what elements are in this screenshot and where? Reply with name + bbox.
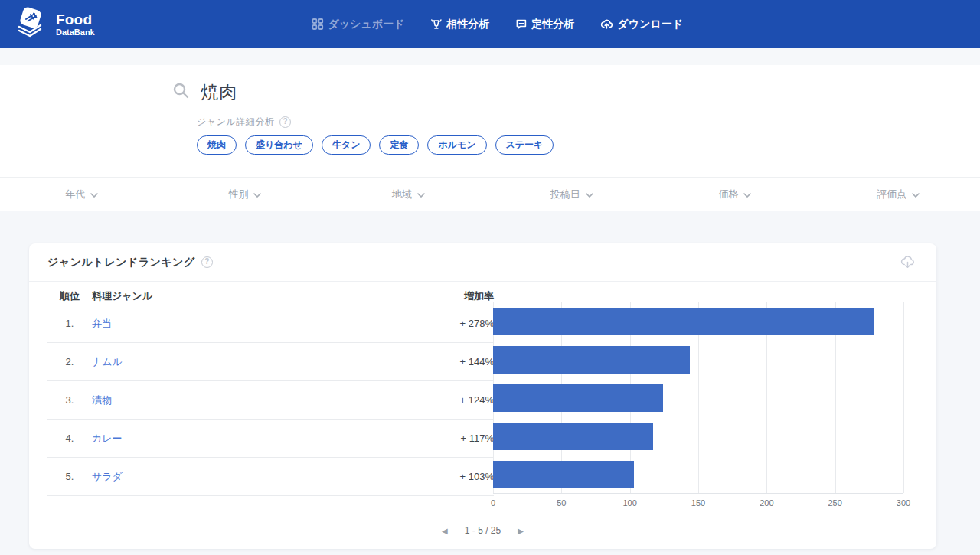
x-tick: 150 [691,498,705,508]
help-icon[interactable]: ? [201,256,213,268]
grid-icon [312,18,323,30]
pagination: ◀ 1 - 5 / 25 ▶ [29,525,936,536]
card-header: ジャンルトレンドランキング ? [29,243,936,282]
nav-label-dashboard: ダッシュボード [328,18,404,31]
table-row: 2. ナムル + 144% [47,343,494,381]
gridline [903,302,904,493]
rate-cell: + 278% [433,318,494,329]
col-header-rank: 順位 [47,289,92,305]
chevron-down-icon [417,188,425,200]
filter-price[interactable]: 価格 [653,188,816,201]
help-icon[interactable]: ? [279,116,291,128]
cloud-up-icon [600,18,612,30]
nav-item-affinity[interactable]: 相性分析 [430,18,489,31]
header-gap-strip [0,48,980,65]
brand-logo[interactable]: Food DataBank [0,7,95,42]
main-nav: ダッシュボード 相性分析 定性分析 [312,0,683,48]
filter-rating-label: 評価点 [877,188,906,201]
genre-detail-label: ジャンル詳細分析 [197,116,274,129]
nav-item-download[interactable]: ダウンロード [600,18,683,31]
chevron-down-icon [743,188,751,200]
x-tick: 250 [828,498,841,508]
table-row: 5. サラダ + 103% [47,458,494,496]
chip-horumon[interactable]: ホルモン [427,135,486,155]
bar-curry [493,423,653,450]
genre-link-curry[interactable]: カレー [92,433,122,444]
chevron-down-icon [912,188,920,200]
brand-line1: Food [56,12,95,27]
nav-label-qualitative: 定性分析 [531,18,574,31]
table-header-row: 順位 料理ジャンル 増加率 [47,289,494,305]
chip-moriawase[interactable]: 盛り合わせ [245,135,313,155]
filter-post-date-label: 投稿日 [550,188,580,201]
filter-region-label: 地域 [392,188,412,201]
col-header-genre: 料理ジャンル [92,289,433,305]
bar-salad [493,461,634,488]
chip-teishoku[interactable]: 定食 [379,135,419,155]
bar-namul [493,346,690,374]
filter-region[interactable]: 地域 [327,188,490,201]
nav-label-affinity: 相性分析 [446,18,489,31]
nav-label-download: ダウンロード [617,18,683,31]
table-row: 1. 弁当 + 278% [47,305,494,343]
x-tick: 100 [622,498,636,508]
food-databank-app: Food DataBank ダッシュボード [0,0,980,555]
filter-age[interactable]: 年代 [0,188,163,201]
rank-cell: 1. [47,318,92,329]
prev-page-icon[interactable]: ◀ [442,527,448,535]
filter-rating[interactable]: 評価点 [817,188,980,201]
filter-gender[interactable]: 性別 [163,188,326,201]
x-tick: 50 [557,498,566,508]
brand-name: Food DataBank [56,12,95,37]
brand-line2: DataBank [56,28,95,37]
page-indicator: 1 - 5 / 25 [465,525,501,536]
chip-gyutan[interactable]: 牛タン [322,135,371,155]
search-row: 焼肉 [172,79,980,105]
filter-age-label: 年代 [65,188,85,201]
rank-cell: 3. [47,394,92,406]
chart-plot-area [493,302,903,494]
ranking-table: 順位 料理ジャンル 増加率 1. 弁当 + 278% 2. ナムル + 144%… [47,289,494,496]
search-panel: 焼肉 ジャンル詳細分析 ? 焼肉 盛り合わせ 牛タン 定食 ホルモン ステーキ [0,65,980,177]
genre-chips: 焼肉 盛り合わせ 牛タン 定食 ホルモン ステーキ [197,135,980,155]
filter-price-label: 価格 [718,188,738,201]
nav-item-dashboard[interactable]: ダッシュボード [312,18,404,31]
nav-item-qualitative[interactable]: 定性分析 [515,18,574,31]
card-title: ジャンルトレンドランキング [47,256,195,269]
genre-detail-row: ジャンル詳細分析 ? [197,116,980,129]
table-row: 4. カレー + 117% [47,420,494,458]
genre-link-bento[interactable]: 弁当 [92,318,112,329]
search-query[interactable]: 焼肉 [201,80,237,104]
cloud-download-icon[interactable] [900,256,915,269]
chevron-down-icon [586,188,593,200]
comment-icon [515,18,527,30]
chip-yakiniku[interactable]: 焼肉 [197,135,237,155]
rate-cell: + 144% [433,356,494,367]
x-tick: 300 [897,498,910,508]
trend-bar-chart: 0 50 100 150 200 250 300 [493,302,903,511]
rate-cell: + 124% [433,394,494,406]
chip-steak[interactable]: ステーキ [495,135,554,155]
x-tick: 0 [491,498,495,508]
next-page-icon[interactable]: ▶ [518,527,524,535]
filter-post-date[interactable]: 投稿日 [490,188,653,201]
food-databank-logo-icon [15,7,49,42]
bar-bento [493,308,874,335]
rate-cell: + 117% [433,433,494,444]
bar-tsukemono [493,384,663,412]
genre-link-namul[interactable]: ナムル [92,356,122,367]
genre-trend-ranking-card: ジャンルトレンドランキング ? 順位 料理ジャンル 増加率 1. 弁当 + 27… [29,243,936,549]
top-navbar: Food DataBank ダッシュボード [0,0,980,48]
rank-cell: 2. [47,356,92,367]
filter-bar: 年代 性別 地域 投稿日 価格 評価点 [0,177,980,211]
rate-cell: + 103% [433,471,494,482]
search-icon[interactable] [172,82,190,103]
genre-link-salad[interactable]: サラダ [92,471,122,482]
table-row: 3. 漬物 + 124% [47,381,494,420]
affinity-glass-icon [430,18,442,30]
x-tick: 200 [760,498,773,508]
chevron-down-icon [90,188,98,200]
col-header-rate: 増加率 [433,289,494,305]
rank-cell: 5. [47,471,92,482]
genre-link-tsukemono[interactable]: 漬物 [92,394,112,406]
